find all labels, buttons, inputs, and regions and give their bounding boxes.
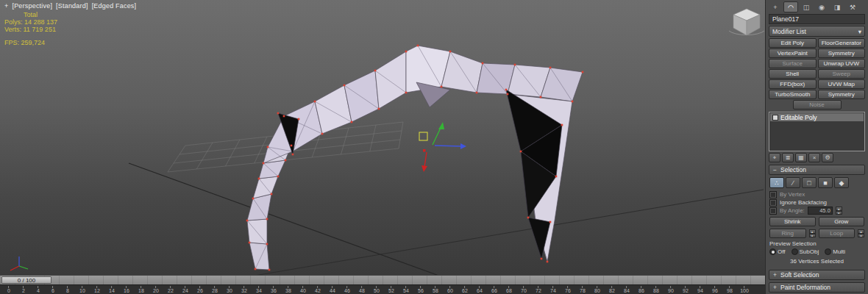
gizmo-axis-red[interactable]: [424, 152, 427, 167]
spinner-down-icon[interactable]: ▾: [836, 211, 842, 215]
modifier-button-unwrap-uvw[interactable]: Unwrap UVW: [818, 59, 866, 68]
loop-button[interactable]: Loop: [819, 229, 855, 238]
viewcube[interactable]: [729, 9, 764, 35]
loop-spinner[interactable]: ▴ ▾: [858, 229, 864, 237]
radio-off-circle[interactable]: [769, 248, 776, 255]
grow-button[interactable]: Grow: [819, 217, 865, 226]
modifier-button-symmetry-1[interactable]: Symmetry: [818, 49, 866, 58]
rollout-closed-icon: +: [772, 271, 778, 279]
modifier-button-sweep[interactable]: Sweep: [818, 69, 866, 79]
ruler-tick: 56: [418, 286, 424, 294]
ruler-tick: 18: [138, 286, 144, 294]
ruler-tick: 90: [668, 286, 674, 294]
spinner-down-icon[interactable]: ▾: [858, 234, 864, 238]
modifier-button-noise[interactable]: Noise: [793, 100, 842, 110]
modifier-stack-list[interactable]: Editable Poly: [769, 112, 865, 151]
ruler-tick: 50: [374, 286, 380, 294]
stats-polys: Polys: 14 288 137: [4, 18, 57, 26]
border-subobject-icon[interactable]: □: [802, 177, 817, 188]
edge-subobject-icon[interactable]: ∕: [786, 177, 800, 188]
viewport-label: + [Perspective] [Standard] [Edged Faces]: [4, 2, 136, 10]
ruler-tick: 58: [433, 286, 438, 294]
chevron-down-icon: ▾: [858, 28, 861, 35]
radio-subobj-circle[interactable]: [791, 248, 798, 255]
modifier-list-dropdown[interactable]: Modifier List ▾: [769, 26, 865, 37]
element-subobject-icon[interactable]: ◆: [834, 177, 849, 188]
radio-multi[interactable]: Multi: [825, 248, 845, 255]
ruler-tick: 32: [241, 286, 247, 294]
modifier-button-shell[interactable]: Shell: [769, 69, 817, 79]
time-slider-track[interactable]: 0 / 100: [0, 275, 765, 284]
ruler-tick: 46: [344, 286, 350, 294]
rollout-paint-deformation[interactable]: + Paint Deformation: [769, 282, 865, 293]
ruler-tick: 40: [300, 286, 306, 294]
radio-off[interactable]: Off: [769, 248, 786, 255]
viewport-pov-menu[interactable]: [Perspective]: [12, 2, 52, 10]
tab-motion-icon[interactable]: ◉: [814, 1, 829, 12]
stack-item-editable-poly[interactable]: Editable Poly: [770, 113, 864, 121]
viewport-general-menu[interactable]: +: [4, 2, 8, 10]
by-angle-checkbox[interactable]: [769, 207, 777, 215]
show-end-result-button[interactable]: ≣: [782, 153, 794, 162]
rollout-soft-selection-title: Soft Selection: [780, 271, 819, 279]
shrink-button[interactable]: Shrink: [769, 217, 816, 226]
vertex-subobject-icon[interactable]: ∴: [769, 177, 784, 188]
by-vertex-checkbox[interactable]: [769, 191, 777, 198]
viewport-style-menu[interactable]: [Edged Faces]: [92, 2, 137, 10]
ring-spinner[interactable]: ▴ ▾: [809, 229, 816, 237]
tab-display-icon[interactable]: ◨: [830, 1, 844, 12]
ruler-tick: 48: [359, 286, 365, 294]
editable-poly-mesh[interactable]: [247, 46, 583, 270]
radio-multi-label: Multi: [833, 248, 845, 255]
stack-item-visibility-icon[interactable]: [772, 115, 778, 121]
ruler-tick: 36: [271, 286, 277, 294]
perspective-viewport[interactable]: + [Perspective] [Standard] [Edged Faces]…: [0, 0, 765, 275]
radio-subobj[interactable]: SubObj: [791, 248, 819, 255]
tab-modify-icon[interactable]: ◠: [783, 1, 798, 12]
by-angle-field[interactable]: 45.0: [808, 207, 833, 215]
ruler-tick: 86: [638, 286, 644, 294]
modifier-button-edit-poly[interactable]: Edit Poly: [769, 38, 817, 48]
by-vertex-label: By Vertex: [780, 191, 805, 198]
ruler-tick: 6: [51, 286, 54, 294]
viewport-statistics: Total Polys: 14 288 137 Verts: 11 719 25…: [4, 11, 57, 46]
ruler-tick: 60: [447, 286, 453, 294]
configure-modifier-sets-button[interactable]: ⚙: [822, 153, 833, 162]
time-slider-handle[interactable]: 0 / 100: [1, 276, 51, 284]
modifier-button-turbosmooth[interactable]: TurboSmooth: [769, 90, 817, 99]
ruler-tick: 84: [624, 286, 630, 294]
modifier-button-ffd-box[interactable]: FFD(box): [769, 79, 817, 89]
modifier-button-surface[interactable]: Surface: [769, 59, 817, 68]
rollout-open-icon: −: [772, 166, 778, 173]
shrink-grow-row: Shrink Grow: [769, 217, 864, 226]
transform-gizmo[interactable]: [419, 122, 466, 172]
tab-utilities-icon[interactable]: ⚒: [845, 1, 860, 12]
rollout-selection-title: Selection: [780, 166, 806, 173]
viewport-shading-menu[interactable]: [Standard]: [56, 2, 88, 10]
tab-create-icon[interactable]: +: [768, 1, 783, 12]
by-angle-spinner[interactable]: ▴ ▾: [836, 207, 842, 215]
rollout-soft-selection[interactable]: + Soft Selection: [769, 270, 865, 280]
remove-modifier-button[interactable]: ×: [808, 153, 820, 162]
timeline-ruler[interactable]: 0246810121416182022242628303234363840424…: [0, 284, 765, 294]
ignore-backfacing-checkbox[interactable]: [769, 199, 777, 207]
ruler-tick: 0: [7, 286, 10, 294]
viewport-scene[interactable]: [0, 0, 765, 275]
gizmo-axis-blue[interactable]: [435, 146, 461, 146]
object-name-field[interactable]: Plane017: [769, 14, 865, 24]
gizmo-plane-handle[interactable]: [419, 132, 427, 140]
make-unique-button[interactable]: ▦: [795, 153, 807, 162]
modifier-button-vertexpaint[interactable]: VertexPaint: [769, 49, 817, 58]
modifier-button-uvw-map[interactable]: UVW Map: [818, 79, 866, 89]
radio-multi-circle[interactable]: [825, 248, 831, 255]
modifier-button-symmetry-2[interactable]: Symmetry: [818, 90, 866, 99]
pin-stack-button[interactable]: ⌖: [769, 153, 780, 162]
tab-hierarchy-icon[interactable]: ◫: [799, 1, 814, 12]
rollout-selection[interactable]: − Selection: [769, 165, 865, 175]
polygon-subobject-icon[interactable]: ■: [818, 177, 833, 188]
stack-tools-row: ⌖ ≣ ▦ × ⚙: [769, 153, 865, 162]
modifier-button-floorgenerator[interactable]: FloorGenerator: [818, 38, 866, 48]
ring-button[interactable]: Ring: [769, 229, 806, 238]
spinner-down-icon[interactable]: ▾: [809, 234, 816, 238]
gizmo-arrowhead-green: [438, 122, 444, 129]
